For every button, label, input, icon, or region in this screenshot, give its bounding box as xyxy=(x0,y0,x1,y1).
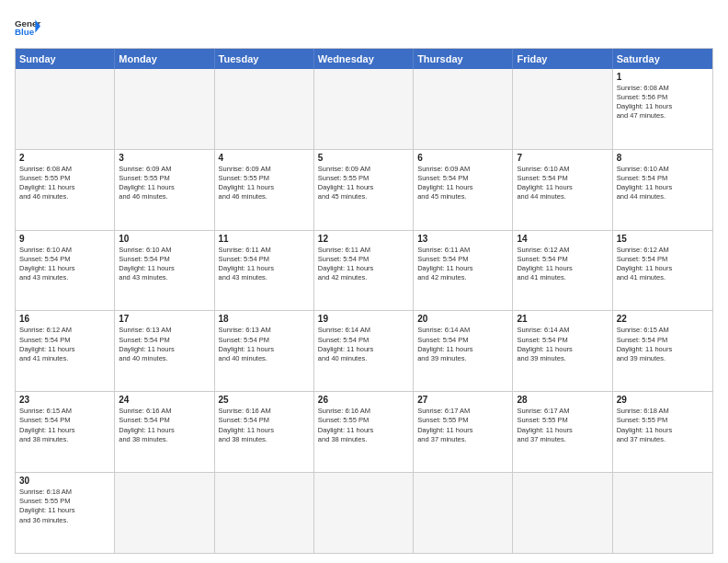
calendar-cell xyxy=(314,69,414,149)
calendar-cell xyxy=(613,473,712,553)
calendar-cell: 20Sunrise: 6:14 AM Sunset: 5:54 PM Dayli… xyxy=(414,311,513,391)
calendar-cell: 23Sunrise: 6:15 AM Sunset: 5:54 PM Dayli… xyxy=(16,392,115,472)
calendar-row-1: 1Sunrise: 6:08 AM Sunset: 5:56 PM Daylig… xyxy=(16,69,712,149)
calendar-cell: 9Sunrise: 6:10 AM Sunset: 5:54 PM Daylig… xyxy=(16,231,115,311)
day-number: 25 xyxy=(219,395,310,405)
calendar-cell: 18Sunrise: 6:13 AM Sunset: 5:54 PM Dayli… xyxy=(215,311,314,391)
day-number: 4 xyxy=(219,153,310,163)
day-number: 14 xyxy=(517,234,608,244)
calendar-cell: 27Sunrise: 6:17 AM Sunset: 5:55 PM Dayli… xyxy=(414,392,513,472)
day-info: Sunrise: 6:18 AM Sunset: 5:55 PM Dayligh… xyxy=(617,407,709,444)
calendar-cell: 2Sunrise: 6:08 AM Sunset: 5:55 PM Daylig… xyxy=(16,150,115,230)
day-info: Sunrise: 6:11 AM Sunset: 5:54 PM Dayligh… xyxy=(219,246,310,283)
day-number: 19 xyxy=(318,314,409,324)
day-info: Sunrise: 6:12 AM Sunset: 5:54 PM Dayligh… xyxy=(19,326,110,363)
calendar-cell: 4Sunrise: 6:09 AM Sunset: 5:55 PM Daylig… xyxy=(215,150,314,230)
day-info: Sunrise: 6:09 AM Sunset: 5:55 PM Dayligh… xyxy=(219,165,310,202)
day-number: 18 xyxy=(219,314,310,324)
day-info: Sunrise: 6:12 AM Sunset: 5:54 PM Dayligh… xyxy=(517,246,608,283)
calendar-cell xyxy=(115,473,214,553)
day-info: Sunrise: 6:13 AM Sunset: 5:54 PM Dayligh… xyxy=(219,326,310,363)
header-day-monday: Monday xyxy=(115,49,214,69)
day-number: 27 xyxy=(417,395,508,405)
header-day-tuesday: Tuesday xyxy=(215,49,314,69)
calendar-cell: 5Sunrise: 6:09 AM Sunset: 5:55 PM Daylig… xyxy=(314,150,414,230)
calendar-cell: 13Sunrise: 6:11 AM Sunset: 5:54 PM Dayli… xyxy=(414,231,513,311)
calendar-cell xyxy=(215,473,314,553)
day-info: Sunrise: 6:09 AM Sunset: 5:55 PM Dayligh… xyxy=(119,165,210,202)
day-info: Sunrise: 6:14 AM Sunset: 5:54 PM Dayligh… xyxy=(318,326,409,363)
day-number: 8 xyxy=(617,153,709,163)
header: General Blue xyxy=(15,15,713,40)
calendar-cell: 30Sunrise: 6:18 AM Sunset: 5:55 PM Dayli… xyxy=(16,473,115,553)
calendar-cell: 24Sunrise: 6:16 AM Sunset: 5:54 PM Dayli… xyxy=(115,392,214,472)
day-info: Sunrise: 6:10 AM Sunset: 5:54 PM Dayligh… xyxy=(119,246,210,283)
calendar-cell: 11Sunrise: 6:11 AM Sunset: 5:54 PM Dayli… xyxy=(215,231,314,311)
calendar-cell: 26Sunrise: 6:16 AM Sunset: 5:55 PM Dayli… xyxy=(314,392,414,472)
calendar-cell xyxy=(115,69,214,149)
day-number: 20 xyxy=(417,314,508,324)
calendar-cell: 14Sunrise: 6:12 AM Sunset: 5:54 PM Dayli… xyxy=(513,231,612,311)
day-info: Sunrise: 6:10 AM Sunset: 5:54 PM Dayligh… xyxy=(617,165,709,202)
calendar-cell: 21Sunrise: 6:14 AM Sunset: 5:54 PM Dayli… xyxy=(513,311,612,391)
calendar-cell xyxy=(414,473,513,553)
day-number: 11 xyxy=(219,234,310,244)
calendar-cell: 29Sunrise: 6:18 AM Sunset: 5:55 PM Dayli… xyxy=(613,392,712,472)
calendar-cell: 10Sunrise: 6:10 AM Sunset: 5:54 PM Dayli… xyxy=(115,231,214,311)
day-info: Sunrise: 6:08 AM Sunset: 5:56 PM Dayligh… xyxy=(617,84,709,121)
calendar-cell xyxy=(513,69,612,149)
day-number: 30 xyxy=(19,476,110,486)
day-info: Sunrise: 6:11 AM Sunset: 5:54 PM Dayligh… xyxy=(318,246,409,283)
calendar-cell: 7Sunrise: 6:10 AM Sunset: 5:54 PM Daylig… xyxy=(513,150,612,230)
calendar: SundayMondayTuesdayWednesdayThursdayFrid… xyxy=(15,48,713,554)
day-info: Sunrise: 6:08 AM Sunset: 5:55 PM Dayligh… xyxy=(19,165,110,202)
calendar-cell: 19Sunrise: 6:14 AM Sunset: 5:54 PM Dayli… xyxy=(314,311,414,391)
header-day-thursday: Thursday xyxy=(414,49,513,69)
day-info: Sunrise: 6:09 AM Sunset: 5:54 PM Dayligh… xyxy=(417,165,508,202)
day-number: 1 xyxy=(617,72,709,82)
calendar-row-4: 16Sunrise: 6:12 AM Sunset: 5:54 PM Dayli… xyxy=(16,310,712,391)
logo: General Blue xyxy=(15,15,40,40)
day-info: Sunrise: 6:15 AM Sunset: 5:54 PM Dayligh… xyxy=(617,326,709,363)
calendar-cell: 3Sunrise: 6:09 AM Sunset: 5:55 PM Daylig… xyxy=(115,150,214,230)
day-info: Sunrise: 6:16 AM Sunset: 5:55 PM Dayligh… xyxy=(318,407,409,444)
day-info: Sunrise: 6:15 AM Sunset: 5:54 PM Dayligh… xyxy=(19,407,110,444)
day-number: 15 xyxy=(617,234,709,244)
page: General Blue SundayMondayTuesdayWednesda… xyxy=(0,0,728,563)
day-info: Sunrise: 6:12 AM Sunset: 5:54 PM Dayligh… xyxy=(617,246,709,283)
day-info: Sunrise: 6:18 AM Sunset: 5:55 PM Dayligh… xyxy=(19,488,110,525)
day-number: 24 xyxy=(119,395,210,405)
logo-icon: General Blue xyxy=(15,15,40,40)
day-number: 7 xyxy=(517,153,608,163)
calendar-cell: 1Sunrise: 6:08 AM Sunset: 5:56 PM Daylig… xyxy=(613,69,712,149)
calendar-row-2: 2Sunrise: 6:08 AM Sunset: 5:55 PM Daylig… xyxy=(16,149,712,230)
day-number: 26 xyxy=(318,395,409,405)
day-number: 13 xyxy=(417,234,508,244)
calendar-cell xyxy=(16,69,115,149)
day-info: Sunrise: 6:17 AM Sunset: 5:55 PM Dayligh… xyxy=(417,407,508,444)
calendar-row-5: 23Sunrise: 6:15 AM Sunset: 5:54 PM Dayli… xyxy=(16,391,712,472)
day-info: Sunrise: 6:16 AM Sunset: 5:54 PM Dayligh… xyxy=(119,407,210,444)
calendar-body: 1Sunrise: 6:08 AM Sunset: 5:56 PM Daylig… xyxy=(16,69,712,553)
calendar-row-3: 9Sunrise: 6:10 AM Sunset: 5:54 PM Daylig… xyxy=(16,230,712,311)
day-number: 28 xyxy=(517,395,608,405)
header-day-wednesday: Wednesday xyxy=(314,49,414,69)
calendar-cell: 8Sunrise: 6:10 AM Sunset: 5:54 PM Daylig… xyxy=(613,150,712,230)
day-number: 12 xyxy=(318,234,409,244)
day-info: Sunrise: 6:14 AM Sunset: 5:54 PM Dayligh… xyxy=(517,326,608,363)
calendar-cell: 25Sunrise: 6:16 AM Sunset: 5:54 PM Dayli… xyxy=(215,392,314,472)
header-day-sunday: Sunday xyxy=(16,49,115,69)
day-number: 10 xyxy=(119,234,210,244)
calendar-cell: 15Sunrise: 6:12 AM Sunset: 5:54 PM Dayli… xyxy=(613,231,712,311)
day-number: 2 xyxy=(19,153,110,163)
day-number: 6 xyxy=(417,153,508,163)
calendar-cell: 6Sunrise: 6:09 AM Sunset: 5:54 PM Daylig… xyxy=(414,150,513,230)
calendar-cell: 17Sunrise: 6:13 AM Sunset: 5:54 PM Dayli… xyxy=(115,311,214,391)
day-info: Sunrise: 6:14 AM Sunset: 5:54 PM Dayligh… xyxy=(417,326,508,363)
calendar-cell xyxy=(314,473,414,553)
day-number: 29 xyxy=(617,395,709,405)
calendar-cell: 16Sunrise: 6:12 AM Sunset: 5:54 PM Dayli… xyxy=(16,311,115,391)
day-number: 16 xyxy=(19,314,110,324)
calendar-cell xyxy=(215,69,314,149)
day-info: Sunrise: 6:11 AM Sunset: 5:54 PM Dayligh… xyxy=(417,246,508,283)
